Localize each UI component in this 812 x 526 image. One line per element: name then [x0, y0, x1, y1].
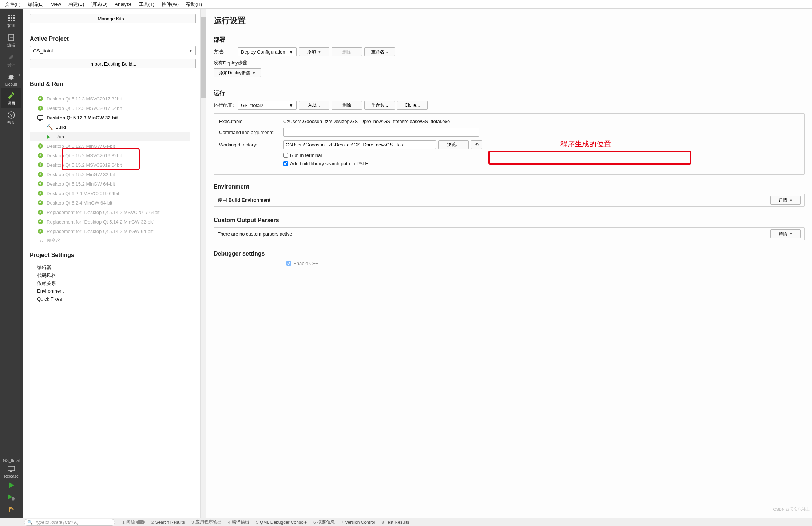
mode-design[interactable]: 设计	[1, 50, 21, 70]
target-kit[interactable]: Release	[1, 463, 21, 480]
kit-item-active[interactable]: Desktop Qt 5.12.3 MinGW 32-bit	[30, 113, 190, 122]
debug-run-button[interactable]	[1, 492, 21, 504]
deploy-rename-button[interactable]: 重命名...	[364, 47, 395, 56]
deploy-add-button[interactable]: 添加▼	[299, 47, 329, 56]
parsers-bar[interactable]: There are no custom parsers active 详情▼	[214, 227, 805, 240]
run-details-box: Executable: C:\Users\Gooosun_tzh\Desktop…	[214, 113, 805, 175]
menu-build[interactable]: 构建(B)	[65, 0, 88, 8]
kit-item[interactable]: +Desktop Qt 5.15.2 MSVC2019 64bit	[30, 160, 190, 170]
mode-debug[interactable]: Debug	[1, 70, 21, 88]
run-clone-button[interactable]: Clone...	[397, 101, 428, 110]
kit-build[interactable]: 🔨Build	[30, 122, 190, 132]
kit-item[interactable]: +Replacement for "Desktop Qt 5.14.2 MSVC…	[30, 207, 190, 217]
bottom-tab-qml[interactable]: 5QML Debugger Console	[256, 519, 307, 525]
run-rename-button[interactable]: 重命名...	[364, 101, 395, 110]
scrollbar[interactable]	[200, 9, 206, 518]
monitor-icon	[37, 115, 44, 120]
scroll-thumb[interactable]	[201, 17, 206, 98]
mode-welcome[interactable]: 欢迎	[1, 11, 21, 31]
env-detail-button[interactable]: 详情▼	[770, 196, 801, 205]
mode-label: 欢迎	[7, 23, 15, 28]
bottom-tab-vcs[interactable]: 7Version Control	[341, 519, 375, 525]
kit-item[interactable]: +Desktop Qt 6.2.4 MinGW 64-bit	[30, 198, 190, 207]
import-build-button[interactable]: Import Existing Build...	[30, 59, 196, 68]
browse-button[interactable]: 浏览...	[438, 140, 469, 149]
bottom-tab-tests[interactable]: 8Test Results	[381, 519, 409, 525]
menu-help[interactable]: 帮助(H)	[182, 0, 206, 8]
document-icon	[7, 33, 15, 41]
kit-run[interactable]: ▶Run	[30, 132, 190, 141]
ps-env[interactable]: Environment	[37, 288, 199, 296]
ps-codestyle[interactable]: 代码风格	[37, 272, 199, 280]
kit-item[interactable]: +Desktop Qt 5.12.3 MinGW 64-bit	[30, 141, 190, 151]
locator-input[interactable]: 🔍 Type to locate (Ctrl+K)	[24, 519, 115, 526]
manage-kits-button[interactable]: Manage Kits...	[30, 14, 196, 23]
project-settings-list: 编辑器 代码风格 依赖关系 Environment Quick Fixes	[30, 264, 199, 304]
ps-deps[interactable]: 依赖关系	[37, 280, 199, 288]
mode-projects[interactable]: 项目	[1, 88, 21, 108]
kit-item[interactable]: +Replacement for "Desktop Qt 5.14.2 MinG…	[30, 217, 190, 226]
ps-quickfix[interactable]: Quick Fixes	[37, 296, 199, 304]
menu-edit[interactable]: 编辑(E)	[24, 0, 47, 8]
svg-rect-2	[13, 15, 15, 16]
menu-tools[interactable]: 工具(T)	[135, 0, 158, 8]
bottom-tab-compile[interactable]: 4编译输出	[228, 519, 250, 525]
run-config-select[interactable]: GS_ttotal2▼	[238, 101, 297, 110]
svg-rect-7	[11, 20, 12, 21]
hammer-icon: 🔨	[47, 124, 53, 130]
kit-item[interactable]: 🖧未命名	[30, 236, 190, 245]
method-label: 方法:	[214, 48, 238, 55]
run-button[interactable]	[1, 480, 21, 492]
add-deploy-step-button[interactable]: 添加Deploy步骤▼	[214, 68, 261, 77]
kit-item[interactable]: +Desktop Qt 5.12.3 MSVC2017 32bit	[30, 94, 190, 103]
run-add-button[interactable]: Add...	[299, 101, 329, 110]
kit-item[interactable]: +Replacement for "Desktop Qt 5.14.2 MinG…	[30, 226, 190, 236]
kit-item[interactable]: +Desktop Qt 5.15.2 MSVC2019 32bit	[30, 151, 190, 160]
grid-icon	[7, 14, 15, 22]
menu-file[interactable]: 文件(F)	[1, 0, 24, 8]
run-delete-button[interactable]: 删除	[332, 101, 362, 110]
active-project-heading: Active Project	[30, 36, 199, 42]
bottom-tab-summary[interactable]: 6概要信息	[313, 519, 335, 525]
parsers-detail-button[interactable]: 详情▼	[770, 229, 801, 238]
bug-icon	[7, 73, 15, 81]
add-path-checkbox[interactable]	[283, 161, 288, 166]
reset-workdir-button[interactable]: ⟲	[471, 140, 482, 149]
workdir-input[interactable]	[283, 140, 436, 149]
bottom-tab-issues[interactable]: 1问题65	[122, 519, 145, 525]
play-bug-icon	[7, 493, 15, 501]
workdir-label: Working directory:	[219, 142, 283, 147]
deploy-delete-button[interactable]: 删除	[332, 47, 362, 56]
menu-analyze[interactable]: Analyze	[111, 1, 135, 8]
target-project[interactable]: GS_ttotal	[0, 456, 23, 463]
svg-rect-5	[13, 17, 15, 19]
run-terminal-checkbox[interactable]	[283, 153, 288, 158]
mode-label: Debug	[5, 82, 17, 86]
divider	[214, 29, 805, 29]
environment-bar[interactable]: 使用 Build Environment 详情▼	[214, 194, 805, 207]
menu-widgets[interactable]: 控件(W)	[158, 0, 182, 8]
svg-line-17	[13, 78, 14, 78]
build-button[interactable]	[1, 504, 21, 518]
kit-item[interactable]: +Desktop Qt 5.15.2 MinGW 64-bit	[30, 179, 190, 189]
kit-item[interactable]: +Desktop Qt 6.2.4 MSVC2019 64bit	[30, 189, 190, 198]
deploy-config-select[interactable]: Deploy Configuration▼	[238, 47, 297, 56]
args-input[interactable]	[283, 128, 479, 137]
play-icon	[7, 481, 15, 489]
build-run-heading: Build & Run	[30, 81, 199, 87]
mode-label: 设计	[7, 62, 15, 68]
kit-item[interactable]: +Desktop Qt 5.15.2 MinGW 32-bit	[30, 170, 190, 179]
chevron-down-icon: ▼	[252, 71, 256, 75]
active-project-combo[interactable]: GS_ttotal ▼	[30, 46, 196, 55]
menu-view[interactable]: View	[47, 1, 65, 8]
run-heading: 运行	[214, 90, 805, 97]
kit-item[interactable]: +Desktop Qt 5.12.3 MSVC2017 64bit	[30, 103, 190, 113]
enable-cpp-checkbox[interactable]	[286, 261, 291, 266]
bottom-tab-search[interactable]: 2Search Results	[151, 519, 185, 525]
ps-editor[interactable]: 编辑器	[37, 264, 199, 272]
args-label: Command line arguments:	[219, 130, 283, 135]
mode-help[interactable]: ? 帮助	[1, 108, 21, 128]
mode-edit[interactable]: 编辑	[1, 31, 21, 50]
menu-debug[interactable]: 调试(D)	[88, 0, 111, 8]
bottom-tab-app-output[interactable]: 3应用程序输出	[191, 519, 222, 525]
